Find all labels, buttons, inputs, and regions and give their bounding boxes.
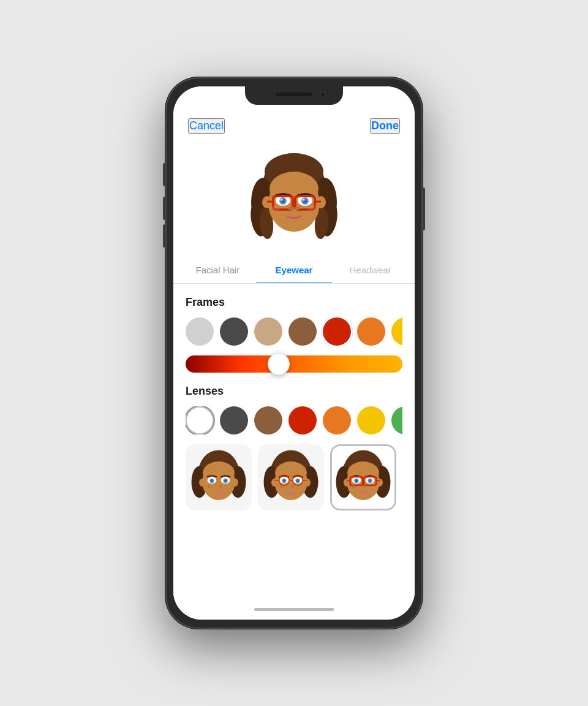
svg-point-34 bbox=[199, 479, 205, 487]
lenses-swatch-dark[interactable] bbox=[220, 406, 248, 435]
lenses-swatch-brown[interactable] bbox=[254, 406, 282, 435]
notch bbox=[245, 86, 343, 105]
swatch-orange[interactable] bbox=[357, 317, 385, 346]
svg-point-39 bbox=[211, 479, 214, 482]
lenses-swatch-clear[interactable] bbox=[186, 406, 214, 435]
svg-point-74 bbox=[355, 479, 358, 482]
category-tabs: Facial Hair Eyewear Headwear bbox=[173, 257, 415, 284]
svg-point-62 bbox=[279, 485, 283, 488]
svg-point-82 bbox=[352, 485, 355, 488]
shade-slider-thumb[interactable] bbox=[268, 353, 290, 375]
navigation-header: Cancel Done bbox=[173, 113, 415, 141]
svg-point-25 bbox=[288, 207, 293, 210]
screen-content: Cancel Done bbox=[173, 86, 415, 620]
memoji-style-row bbox=[186, 444, 402, 511]
cancel-button[interactable]: Cancel bbox=[188, 118, 225, 134]
svg-point-43 bbox=[219, 485, 222, 488]
home-bar bbox=[254, 608, 334, 611]
done-button[interactable]: Done bbox=[370, 118, 400, 134]
lenses-swatches bbox=[186, 406, 402, 435]
front-camera bbox=[320, 91, 326, 97]
swatch-brown[interactable] bbox=[288, 317, 317, 346]
lenses-swatch-orange[interactable] bbox=[323, 406, 351, 435]
options-content: Frames Lenses bbox=[173, 284, 415, 599]
lenses-swatch-yellow[interactable] bbox=[357, 406, 385, 435]
svg-point-26 bbox=[295, 207, 300, 210]
svg-point-54 bbox=[283, 479, 286, 482]
avatar-preview-area bbox=[173, 141, 415, 257]
svg-point-49 bbox=[271, 479, 277, 487]
svg-point-41 bbox=[224, 479, 227, 482]
lenses-swatch-green[interactable] bbox=[391, 406, 402, 435]
tab-facial-hair[interactable]: Facial Hair bbox=[179, 257, 256, 283]
shade-slider-track[interactable] bbox=[186, 355, 402, 373]
swatch-dark-gray[interactable] bbox=[220, 317, 248, 346]
svg-point-16 bbox=[281, 199, 283, 201]
svg-point-27 bbox=[271, 205, 281, 211]
lenses-section-title: Lenses bbox=[186, 385, 402, 398]
lenses-swatch-red[interactable] bbox=[288, 406, 317, 435]
shade-slider-container bbox=[186, 355, 402, 373]
swatch-red[interactable] bbox=[323, 317, 351, 346]
phone-screen: Cancel Done bbox=[173, 86, 415, 620]
speaker bbox=[276, 93, 312, 96]
memoji-thumb-no-glasses[interactable] bbox=[186, 444, 252, 511]
svg-point-83 bbox=[363, 485, 367, 488]
swatch-light-gray[interactable] bbox=[186, 317, 214, 346]
home-indicator bbox=[173, 599, 415, 620]
svg-point-28 bbox=[307, 205, 317, 211]
memoji-thumb-thick-glasses[interactable] bbox=[330, 444, 396, 511]
tab-eyewear[interactable]: Eyewear bbox=[256, 257, 333, 284]
svg-point-19 bbox=[303, 199, 305, 201]
svg-point-35 bbox=[232, 479, 238, 487]
svg-point-69 bbox=[344, 479, 350, 487]
phone-device: Cancel Done bbox=[165, 77, 423, 629]
swatch-yellow[interactable] bbox=[391, 317, 402, 346]
svg-point-76 bbox=[369, 479, 372, 482]
memoji-face-svg bbox=[245, 147, 343, 245]
frames-section-title: Frames bbox=[186, 296, 402, 309]
swatch-tan[interactable] bbox=[254, 317, 282, 346]
svg-point-56 bbox=[296, 479, 300, 482]
svg-point-63 bbox=[291, 485, 295, 488]
tab-headwear[interactable]: Headwear bbox=[332, 257, 409, 283]
svg-point-42 bbox=[207, 485, 211, 488]
svg-point-70 bbox=[377, 479, 383, 487]
svg-point-50 bbox=[304, 479, 311, 487]
memoji-avatar bbox=[245, 147, 343, 245]
frames-swatches bbox=[186, 317, 402, 346]
memoji-thumb-thin-glasses[interactable] bbox=[258, 444, 324, 511]
